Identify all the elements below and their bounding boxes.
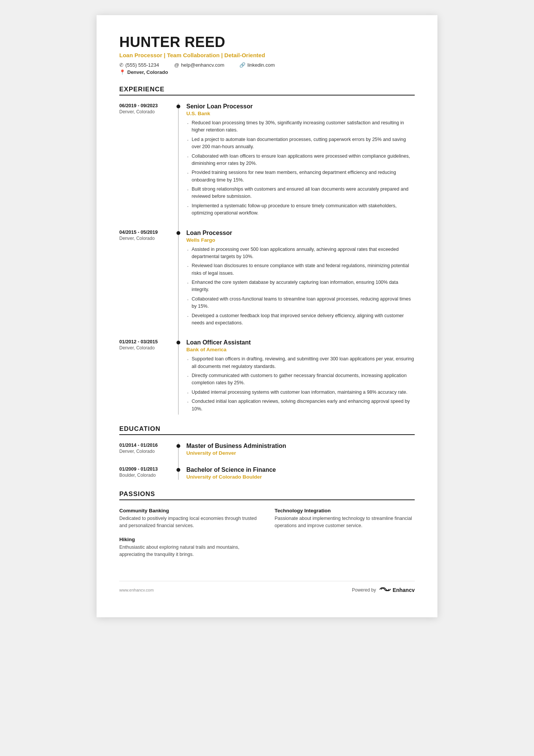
edu-timeline-line-1 xyxy=(178,448,179,466)
edu1-dates: 01/2014 - 01/2016 xyxy=(119,443,170,448)
education-section: EDUCATION 01/2014 - 01/2016 Denver, Colo… xyxy=(119,425,415,480)
edu2-location: Boulder, Colorado xyxy=(119,473,170,478)
entry-right-2: Loan Processor Wells Fargo Assisted in p… xyxy=(178,230,415,329)
experience-entry-1: 06/2019 - 09/2023 Denver, Colorado Senio… xyxy=(119,103,415,219)
passion-item-3: Hiking Enthusiastic about exploring natu… xyxy=(119,537,259,558)
entry-left-2: 04/2015 - 05/2019 Denver, Colorado xyxy=(119,230,178,329)
location-text: Denver, Colorado xyxy=(127,69,168,75)
education-section-title: EDUCATION xyxy=(119,425,415,435)
education-entry-2: 01/2009 - 01/2013 Boulder, Colorado Bach… xyxy=(119,466,415,480)
header: HUNTER REED Loan Processor | Team Collab… xyxy=(119,34,415,75)
exp1-dates: 06/2019 - 09/2023 xyxy=(119,103,170,108)
candidate-name: HUNTER REED xyxy=(119,34,415,50)
email-contact: @ help@enhancv.com xyxy=(174,62,224,68)
linkedin-url: linkedin.com xyxy=(247,62,275,68)
exp3-bullet-1: Supported loan officers in drafting, rev… xyxy=(186,355,415,370)
exp1-bullet-2: Led a project to automate loan documenta… xyxy=(186,136,415,151)
exp2-title: Loan Processor xyxy=(186,230,415,236)
phone-number: (555) 555-1234 xyxy=(125,62,159,68)
timeline-dot-1 xyxy=(176,105,180,108)
phone-icon: ✆ xyxy=(119,62,123,68)
exp1-bullet-5: Built strong relationships with customer… xyxy=(186,186,415,200)
timeline-line-2 xyxy=(178,235,179,340)
exp1-location: Denver, Colorado xyxy=(119,109,170,114)
header-subtitle: Loan Processor | Team Collaboration | De… xyxy=(119,52,415,58)
exp2-bullet-4: Collaborated with cross-functional teams… xyxy=(186,296,415,310)
resume-page: HUNTER REED Loan Processor | Team Collab… xyxy=(97,15,437,617)
footer: www.enhancv.com Powered by Enhancv xyxy=(119,581,415,595)
edu-left-1: 01/2014 - 01/2016 Denver, Colorado xyxy=(119,443,178,456)
enhancv-logo-text: Enhancv xyxy=(393,587,415,593)
exp1-bullet-6: Implemented a systematic follow-up proce… xyxy=(186,202,415,217)
footer-brand: Powered by Enhancv xyxy=(352,586,415,595)
footer-website: www.enhancv.com xyxy=(119,588,154,592)
edu-right-2: Bachelor of Science in Finance Universit… xyxy=(178,466,415,480)
exp1-title: Senior Loan Processor xyxy=(186,103,415,110)
exp3-dates: 01/2012 - 03/2015 xyxy=(119,339,170,344)
passion3-desc: Enthusiastic about exploring natural tra… xyxy=(119,544,259,558)
exp1-bullets: Reduced loan processing times by 30%, si… xyxy=(186,119,415,217)
passions-grid: Community Banking Dedicated to positivel… xyxy=(119,508,415,558)
exp3-bullet-2: Directly communicated with customers to … xyxy=(186,372,415,387)
exp2-bullet-3: Enhanced the core system database by acc… xyxy=(186,279,415,294)
exp1-bullet-1: Reduced loan processing times by 30%, si… xyxy=(186,119,415,134)
education-entry-1: 01/2014 - 01/2016 Denver, Colorado Maste… xyxy=(119,443,415,456)
location-icon: 📍 xyxy=(119,69,125,75)
exp1-company: U.S. Bank xyxy=(186,111,415,116)
edu-timeline-dot-2 xyxy=(176,468,180,472)
exp3-location: Denver, Colorado xyxy=(119,345,170,351)
exp2-bullet-2: Reviewed loan disclosures to ensure comp… xyxy=(186,262,415,277)
enhancv-logo: Enhancv xyxy=(379,586,415,595)
exp3-bullets: Supported loan officers in drafting, rev… xyxy=(186,355,415,413)
linkedin-icon: 🔗 xyxy=(239,62,245,68)
edu2-university: University of Colorado Boulder xyxy=(186,474,415,480)
exp3-company: Bank of America xyxy=(186,347,415,352)
timeline-dot-2 xyxy=(176,231,180,235)
experience-section-title: EXPERIENCE xyxy=(119,86,415,95)
experience-section: EXPERIENCE 06/2019 - 09/2023 Denver, Col… xyxy=(119,86,415,415)
entry-right-3: Loan Officer Assistant Bank of America S… xyxy=(178,339,415,415)
edu2-degree: Bachelor of Science in Finance xyxy=(186,466,415,473)
exp2-company: Wells Fargo xyxy=(186,237,415,243)
edu-timeline-dot-1 xyxy=(176,444,180,448)
edu1-location: Denver, Colorado xyxy=(119,449,170,454)
timeline-line-1 xyxy=(178,108,179,230)
experience-entry-3: 01/2012 - 03/2015 Denver, Colorado Loan … xyxy=(119,339,415,415)
exp1-bullet-3: Collaborated with loan officers to ensur… xyxy=(186,153,415,167)
exp2-bullet-5: Developed a customer feedback loop that … xyxy=(186,312,415,327)
phone-contact: ✆ (555) 555-1234 xyxy=(119,62,159,68)
passion3-title: Hiking xyxy=(119,537,259,542)
exp3-title: Loan Officer Assistant xyxy=(186,339,415,346)
location-contact: 📍 Denver, Colorado xyxy=(119,69,415,75)
powered-by-text: Powered by xyxy=(352,587,376,593)
exp3-bullet-4: Conducted initial loan application revie… xyxy=(186,398,415,413)
email-icon: @ xyxy=(174,62,179,68)
passion1-desc: Dedicated to positively impacting local … xyxy=(119,515,259,529)
entry-left-1: 06/2019 - 09/2023 Denver, Colorado xyxy=(119,103,178,219)
passions-section-title: PASSIONS xyxy=(119,490,415,500)
exp3-bullet-3: Updated internal processing systems with… xyxy=(186,389,415,396)
passion-item-2: Technology Integration Passionate about … xyxy=(275,508,415,529)
edu2-dates: 01/2009 - 01/2013 xyxy=(119,466,170,472)
passion2-desc: Passionate about implementing technology… xyxy=(275,515,415,529)
email-address: help@enhancv.com xyxy=(181,62,224,68)
exp2-bullet-1: Assisted in processing over 500 loan app… xyxy=(186,246,415,261)
header-contact: ✆ (555) 555-1234 @ help@enhancv.com 🔗 li… xyxy=(119,62,415,68)
entry-right-1: Senior Loan Processor U.S. Bank Reduced … xyxy=(178,103,415,219)
passions-section: PASSIONS Community Banking Dedicated to … xyxy=(119,490,415,558)
linkedin-contact: 🔗 linkedin.com xyxy=(239,62,275,68)
exp2-bullets: Assisted in processing over 500 loan app… xyxy=(186,246,415,327)
experience-entry-2: 04/2015 - 05/2019 Denver, Colorado Loan … xyxy=(119,230,415,329)
exp2-location: Denver, Colorado xyxy=(119,236,170,241)
entry-left-3: 01/2012 - 03/2015 Denver, Colorado xyxy=(119,339,178,415)
passion2-title: Technology Integration xyxy=(275,508,415,513)
edu-right-1: Master of Business Administration Univer… xyxy=(178,443,415,456)
edu1-university: University of Denver xyxy=(186,450,415,456)
edu-left-2: 01/2009 - 01/2013 Boulder, Colorado xyxy=(119,466,178,480)
passion1-title: Community Banking xyxy=(119,508,259,513)
exp1-bullet-4: Provided training sessions for new team … xyxy=(186,169,415,184)
passion-item-1: Community Banking Dedicated to positivel… xyxy=(119,508,259,529)
exp2-dates: 04/2015 - 05/2019 xyxy=(119,230,170,235)
enhancv-logo-icon xyxy=(379,586,391,595)
edu1-degree: Master of Business Administration xyxy=(186,443,415,449)
